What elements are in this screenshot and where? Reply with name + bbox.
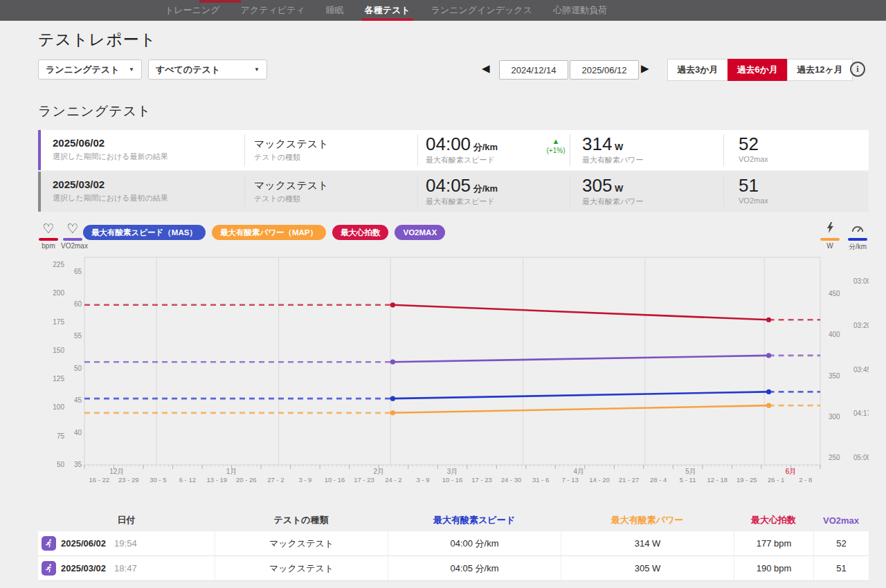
nav-item-running-index[interactable]: ランニングインデックス — [431, 0, 532, 21]
week-label: 26 - 1 — [768, 476, 784, 484]
week-label: 30 - 5 — [150, 476, 166, 484]
summary-power-value: 314 W — [582, 134, 623, 155]
month-label: 1月 — [226, 468, 237, 475]
week-label: 6 - 12 — [179, 476, 196, 484]
bolt-shape — [827, 222, 833, 233]
table-cell-speed: 04:05 分/km — [388, 556, 561, 580]
bpm-axis-tick: 175 — [53, 318, 64, 326]
range-button-1[interactable]: 過去6か月 — [727, 59, 788, 81]
runner-head — [49, 564, 51, 566]
data-point — [766, 389, 771, 394]
week-label: 24 - 2 — [385, 476, 401, 484]
series-line — [392, 405, 768, 413]
unit-underline — [848, 238, 867, 241]
summary-power-value: 305 W — [582, 175, 623, 196]
trend-percent: (+1%) — [540, 147, 572, 154]
page-title: テストレポート — [38, 29, 156, 50]
test-trend-chart: 2252001751501251007550656055504540354504… — [38, 256, 869, 491]
data-point — [390, 360, 395, 365]
vo2-axis-tick: 35 — [74, 461, 82, 468]
nav-item-cardio-load[interactable]: 心肺運動負荷 — [553, 0, 607, 21]
bpm-axis-tick: 225 — [53, 261, 64, 268]
legend-pill-3[interactable]: VO2MAX — [395, 225, 445, 240]
running-sport-icon — [42, 561, 56, 576]
watt-unit-toggle: W — [818, 221, 842, 250]
table-cell-vo2: 52 — [813, 531, 869, 555]
table-cell-date: 2025/06/0219:54 — [38, 531, 215, 555]
week-label: 19 - 25 — [736, 476, 757, 484]
table-cell-date: 2025/03/0218:47 — [38, 556, 215, 580]
nav-item-sleep[interactable]: 睡眠 — [326, 0, 344, 21]
chevron-down-icon: ▼ — [254, 66, 260, 73]
top-navigation-bar: トレーニングアクティビティ睡眠各種テストランニングインデックス心肺運動負荷 — [0, 0, 886, 21]
watt-axis-tick: 300 — [829, 413, 840, 421]
unit-label: bpm — [37, 242, 60, 250]
watt-axis-tick: 350 — [829, 372, 840, 380]
legend-pill-2[interactable]: 最大心拍数 — [332, 225, 389, 240]
nav-item-activity[interactable]: アクティビティ — [241, 0, 305, 21]
table-row[interactable]: 2025/06/0219:54マックステスト04:00 分/km314 W177… — [38, 531, 869, 556]
pace-axis-tick: 03:20 — [853, 322, 869, 329]
previous-period-button[interactable]: ◀ — [482, 62, 490, 75]
month-label: 3月 — [447, 468, 458, 475]
date-from-input[interactable] — [499, 60, 568, 80]
table-header-4: 最大心拍数 — [734, 514, 813, 526]
column-divider — [723, 176, 724, 208]
test-type-select[interactable]: すべてのテスト ▼ — [148, 59, 267, 80]
info-icon[interactable]: i — [850, 62, 865, 77]
summary-speed-unit: 分/km — [471, 142, 498, 152]
table-cell-hr: 190 bpm — [734, 556, 813, 580]
series-line — [392, 356, 768, 362]
table-cell-test-type: マックステスト — [215, 556, 388, 580]
bpm-axis-tick: 200 — [53, 289, 64, 297]
week-label: 10 - 16 — [325, 476, 345, 484]
heart-icon: ♡ — [37, 221, 60, 237]
table-row[interactable]: 2025/03/0218:47マックステスト04:05 分/km305 W190… — [38, 556, 869, 581]
legend-pill-1[interactable]: 最大有酸素パワー（MAP） — [212, 225, 326, 240]
legend-pill-0[interactable]: 最大有酸素スピード（MAS） — [83, 225, 206, 240]
summary-test-type: マックステスト — [254, 179, 328, 192]
data-point — [766, 353, 771, 358]
nav-item-training[interactable]: トレーニング — [165, 0, 220, 21]
sport-select[interactable]: ランニングテスト ▼ — [38, 59, 142, 80]
summary-date: 2025/06/02 — [53, 137, 105, 149]
summary-speed-value: 04:05 分/km — [426, 175, 498, 196]
series-line — [392, 392, 768, 398]
nav-items: トレーニングアクティビティ睡眠各種テストランニングインデックス心肺運動負荷 — [165, 0, 607, 21]
gauge-needle — [858, 228, 860, 232]
week-label: 12 - 18 — [707, 476, 727, 484]
table-header-0: 日付 — [38, 514, 215, 526]
data-point — [390, 410, 395, 415]
summary-speed-label: 最大有酸素スピード — [426, 155, 495, 165]
month-label: 5月 — [685, 468, 696, 475]
gauge-icon — [846, 221, 869, 237]
table-header-3: 最大有酸素パワー — [561, 514, 734, 526]
range-button-2[interactable]: 過去12ヶ月 — [787, 59, 853, 81]
week-label: 24 - 30 — [501, 476, 522, 484]
column-divider — [417, 176, 418, 208]
summary-row-accent — [38, 172, 41, 212]
column-divider — [723, 134, 724, 166]
next-period-button[interactable]: ▶ — [641, 62, 649, 75]
series-line — [392, 305, 768, 320]
date-to-input[interactable] — [570, 60, 639, 80]
week-label: 7 - 13 — [561, 476, 578, 484]
pace-axis-tick: 05:00 — [853, 454, 869, 461]
pace-unit-toggle: 分/km — [846, 221, 869, 252]
column-divider — [570, 176, 570, 208]
heart-icon: ♡ — [61, 221, 84, 237]
table-header-1: テストの種類 — [215, 514, 388, 526]
table-cell-power: 305 W — [561, 556, 734, 580]
range-button-0[interactable]: 過去3か月 — [667, 59, 728, 81]
summary-row-accent — [38, 130, 41, 170]
bpm-axis-tick: 100 — [53, 403, 64, 411]
table-date: 2025/03/02 — [61, 556, 106, 580]
table-cell-power: 314 W — [561, 531, 734, 555]
summary-caption: 選択した期間における最初の結果 — [53, 193, 168, 203]
nav-item-tests[interactable]: 各種テスト — [365, 0, 410, 21]
vo2-axis-tick: 40 — [74, 429, 82, 437]
week-label: 14 - 20 — [589, 476, 610, 484]
data-point — [766, 403, 771, 408]
unit-label: VO2max — [61, 242, 84, 250]
chevron-down-icon: ▼ — [129, 66, 134, 73]
